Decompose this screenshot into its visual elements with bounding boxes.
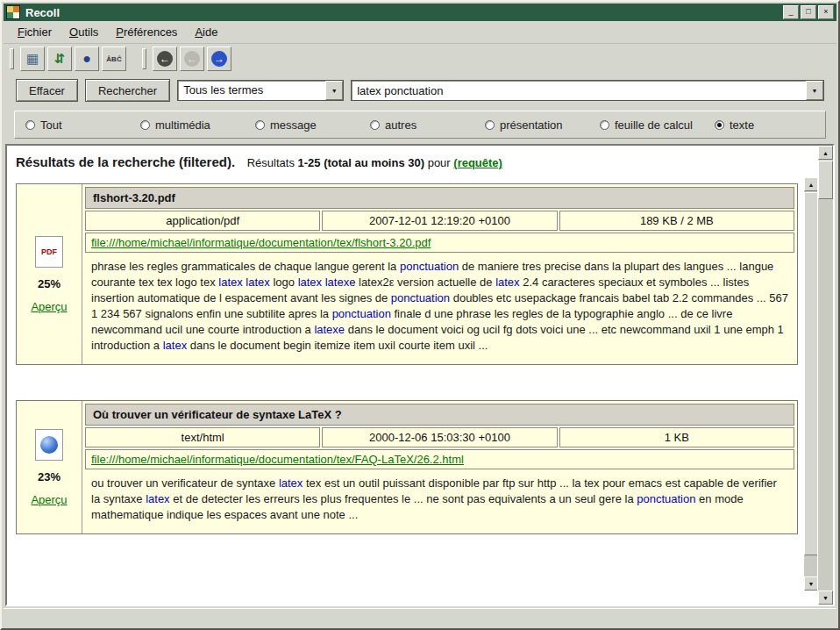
result-mimetype: application/pdf [85, 211, 320, 231]
result-info-row: application/pdf 2007-12-01 12:19:20 +010… [85, 211, 794, 231]
radio-icon [485, 120, 495, 130]
minimize-button[interactable]: _ [783, 5, 799, 19]
toolbar-handle[interactable] [142, 48, 146, 69]
forward-arrow-icon: → [211, 51, 227, 67]
result-item-2: 23% Aperçu Où trouver un vérificateur de… [16, 400, 798, 534]
sort-params-button[interactable]: ⇵ [47, 47, 72, 71]
clear-search-button[interactable]: ▦ [20, 47, 45, 71]
query-link[interactable]: (requête) [453, 156, 502, 169]
recoll-window: Recoll _ □ × Fichier Outils Préférences … [0, 0, 840, 630]
result-abstract: ou trouver un verificateur de syntaxe la… [84, 470, 795, 532]
scroll-up-icon[interactable]: ▲ [818, 146, 833, 160]
clear-button[interactable]: Effacer [16, 79, 78, 102]
result-size: 189 KB / 2 MB [559, 211, 794, 231]
filter-radio-autres[interactable]: autres [370, 118, 485, 132]
scroll-down-icon[interactable]: ▼ [818, 591, 833, 605]
menu-aide[interactable]: Aide [188, 23, 224, 41]
result-main-cell: Où trouver un vérificateur de syntaxe La… [82, 401, 797, 533]
pdf-icon: PDF [35, 236, 63, 268]
preview-link[interactable]: Aperçu [31, 300, 67, 313]
results-pane: Résultats de la recherche (filtered). Ré… [5, 144, 835, 606]
radio-icon [140, 120, 150, 130]
result-item-1: PDF 25% Aperçu flshort-3.20.pdf applicat… [16, 183, 798, 365]
search-mode-value: Tous les termes [178, 81, 325, 100]
menu-fichier[interactable]: Fichier [11, 23, 59, 41]
doc-history-button[interactable]: ● [75, 47, 99, 71]
relevance-percent: 25% [38, 277, 61, 290]
menu-preferences[interactable]: Préférences [109, 23, 184, 41]
result-size: 1 KB [559, 427, 794, 447]
chevron-down-icon[interactable]: ▼ [806, 81, 823, 100]
status-bar [4, 608, 836, 626]
toolbar-handle[interactable] [10, 48, 14, 69]
maximize-button[interactable]: □ [801, 5, 816, 19]
scroll-down-icon[interactable]: ▼ [804, 576, 818, 591]
scrollbar-thumb[interactable] [804, 192, 818, 555]
menu-outils[interactable]: Outils [62, 23, 105, 41]
term-explorer-icon: ÂBĈ [106, 55, 121, 63]
radio-icon [370, 120, 380, 130]
filter-radio-multimedia[interactable]: multimédia [140, 118, 255, 132]
result-url-link[interactable]: file:///home/michael/informatique/docume… [91, 453, 464, 466]
relevance-percent: 23% [38, 470, 61, 483]
results-title: Résultats de la recherche (filtered). [16, 154, 235, 169]
results-summary: Résultats 1-25 (total au moins 30) pour … [247, 156, 502, 169]
chevron-down-icon[interactable]: ▼ [325, 81, 343, 100]
result-date: 2007-12-01 12:19:20 +0100 [322, 211, 557, 231]
scroll-up-icon[interactable]: ▲ [804, 177, 818, 191]
radio-icon [25, 120, 35, 130]
app-icon [6, 5, 20, 19]
toolbar-group-tools: ▦ ⇵ ● ÂBĈ [9, 46, 127, 72]
outer-scrollbar[interactable]: ▲ ▼ [817, 146, 833, 605]
category-filter-bar: Tout multimédia message autres présentat… [14, 111, 826, 139]
toolbar-group-nav: ← ← → [141, 46, 232, 72]
search-mode-select[interactable]: Tous les termes ▼ [177, 80, 344, 101]
result-left-cell: PDF 25% Aperçu [17, 184, 82, 364]
nav-prev-page-button[interactable]: ← [180, 47, 204, 71]
search-row: Effacer Rechercher Tous les termes ▼ ▼ [16, 77, 824, 104]
back-arrow-icon: ← [157, 51, 173, 67]
search-button[interactable]: Rechercher [85, 79, 170, 102]
back-arrow-disabled-icon: ← [184, 51, 200, 67]
term-explorer-button[interactable]: ÂBĈ [102, 47, 126, 71]
sort-icon: ⇵ [54, 51, 66, 67]
radio-icon [255, 120, 265, 130]
results-list: Résultats de la recherche (filtered). Ré… [7, 146, 803, 605]
inner-scrollbar[interactable]: ▲ ▼ [804, 177, 818, 591]
filter-radio-texte[interactable]: texte [715, 118, 754, 132]
results-header: Résultats de la recherche (filtered). Ré… [16, 154, 798, 169]
result-url-row: file:///home/michael/informatique/docume… [85, 449, 794, 469]
result-abstract: phrase les regles grammaticales de chaqu… [84, 254, 795, 362]
query-combobox[interactable]: ▼ [351, 80, 824, 101]
nav-first-page-button[interactable]: ← [153, 47, 177, 71]
menubar: Fichier Outils Préférences Aide [4, 21, 836, 44]
result-filename: Où trouver un vérificateur de syntaxe La… [85, 404, 794, 426]
history-icon: ● [82, 51, 91, 67]
result-main-cell: flshort-3.20.pdf application/pdf 2007-12… [82, 184, 797, 364]
radio-icon [600, 120, 609, 130]
filter-radio-tout[interactable]: Tout [25, 118, 140, 132]
html-globe-icon [35, 429, 63, 461]
window-title: Recoll [25, 6, 60, 19]
result-url-row: file:///home/michael/informatique/docume… [85, 233, 794, 253]
close-button[interactable]: × [818, 5, 834, 19]
filter-radio-message[interactable]: message [255, 118, 370, 132]
result-date: 2000-12-06 15:03:30 +0100 [322, 427, 557, 447]
nav-next-page-button[interactable]: → [207, 47, 231, 71]
filter-radio-feuille-de-calcul[interactable]: feuille de calcul [600, 118, 715, 132]
result-left-cell: 23% Aperçu [17, 401, 82, 533]
search-input[interactable] [352, 81, 806, 100]
filter-radio-presentation[interactable]: présentation [485, 118, 600, 132]
result-url-link[interactable]: file:///home/michael/informatique/docume… [91, 236, 431, 249]
preview-link[interactable]: Aperçu [31, 493, 67, 506]
window-controls: _ □ × [783, 5, 834, 19]
result-filename: flshort-3.20.pdf [85, 187, 794, 209]
scrollbar-thumb[interactable] [818, 161, 833, 199]
radio-icon [715, 120, 724, 130]
results-range: 1-25 (total au moins 30) [298, 156, 424, 169]
toolbar: ▦ ⇵ ● ÂBĈ ← ← → [4, 44, 836, 74]
titlebar[interactable]: Recoll _ □ × [4, 4, 836, 21]
result-info-row: text/html 2000-12-06 15:03:30 +0100 1 KB [85, 427, 794, 447]
clear-search-icon: ▦ [26, 51, 39, 67]
result-mimetype: text/html [85, 427, 320, 447]
